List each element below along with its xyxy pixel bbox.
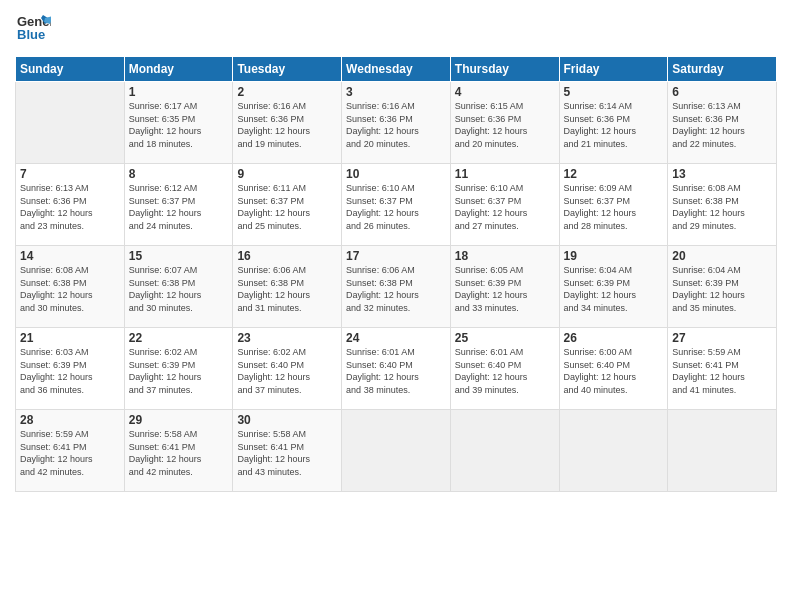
day-number: 28 bbox=[20, 413, 120, 427]
day-info: Sunrise: 6:07 AMSunset: 6:38 PMDaylight:… bbox=[129, 264, 229, 314]
calendar-cell: 22Sunrise: 6:02 AMSunset: 6:39 PMDayligh… bbox=[124, 328, 233, 410]
calendar-cell: 24Sunrise: 6:01 AMSunset: 6:40 PMDayligh… bbox=[342, 328, 451, 410]
day-info: Sunrise: 5:59 AMSunset: 6:41 PMDaylight:… bbox=[20, 428, 120, 478]
day-number: 25 bbox=[455, 331, 555, 345]
logo: General Blue bbox=[15, 10, 51, 50]
calendar-cell: 27Sunrise: 5:59 AMSunset: 6:41 PMDayligh… bbox=[668, 328, 777, 410]
calendar-cell bbox=[16, 82, 125, 164]
day-info: Sunrise: 6:01 AMSunset: 6:40 PMDaylight:… bbox=[455, 346, 555, 396]
page-container: General Blue SundayMondayTuesdayWednesda… bbox=[0, 0, 792, 502]
calendar-cell: 21Sunrise: 6:03 AMSunset: 6:39 PMDayligh… bbox=[16, 328, 125, 410]
header-friday: Friday bbox=[559, 57, 668, 82]
calendar-cell: 28Sunrise: 5:59 AMSunset: 6:41 PMDayligh… bbox=[16, 410, 125, 492]
calendar-cell: 11Sunrise: 6:10 AMSunset: 6:37 PMDayligh… bbox=[450, 164, 559, 246]
day-number: 21 bbox=[20, 331, 120, 345]
calendar-cell: 15Sunrise: 6:07 AMSunset: 6:38 PMDayligh… bbox=[124, 246, 233, 328]
day-number: 6 bbox=[672, 85, 772, 99]
calendar-cell: 16Sunrise: 6:06 AMSunset: 6:38 PMDayligh… bbox=[233, 246, 342, 328]
day-info: Sunrise: 6:04 AMSunset: 6:39 PMDaylight:… bbox=[672, 264, 772, 314]
calendar-cell: 26Sunrise: 6:00 AMSunset: 6:40 PMDayligh… bbox=[559, 328, 668, 410]
week-row-4: 28Sunrise: 5:59 AMSunset: 6:41 PMDayligh… bbox=[16, 410, 777, 492]
calendar-body: 1Sunrise: 6:17 AMSunset: 6:35 PMDaylight… bbox=[16, 82, 777, 492]
day-number: 14 bbox=[20, 249, 120, 263]
day-info: Sunrise: 6:03 AMSunset: 6:39 PMDaylight:… bbox=[20, 346, 120, 396]
day-info: Sunrise: 6:17 AMSunset: 6:35 PMDaylight:… bbox=[129, 100, 229, 150]
calendar-table: SundayMondayTuesdayWednesdayThursdayFrid… bbox=[15, 56, 777, 492]
day-number: 29 bbox=[129, 413, 229, 427]
calendar-cell: 10Sunrise: 6:10 AMSunset: 6:37 PMDayligh… bbox=[342, 164, 451, 246]
calendar-cell: 18Sunrise: 6:05 AMSunset: 6:39 PMDayligh… bbox=[450, 246, 559, 328]
week-row-2: 14Sunrise: 6:08 AMSunset: 6:38 PMDayligh… bbox=[16, 246, 777, 328]
calendar-cell: 30Sunrise: 5:58 AMSunset: 6:41 PMDayligh… bbox=[233, 410, 342, 492]
day-number: 5 bbox=[564, 85, 664, 99]
day-number: 26 bbox=[564, 331, 664, 345]
day-info: Sunrise: 6:13 AMSunset: 6:36 PMDaylight:… bbox=[20, 182, 120, 232]
day-info: Sunrise: 6:14 AMSunset: 6:36 PMDaylight:… bbox=[564, 100, 664, 150]
calendar-cell: 20Sunrise: 6:04 AMSunset: 6:39 PMDayligh… bbox=[668, 246, 777, 328]
calendar-cell: 1Sunrise: 6:17 AMSunset: 6:35 PMDaylight… bbox=[124, 82, 233, 164]
day-info: Sunrise: 5:59 AMSunset: 6:41 PMDaylight:… bbox=[672, 346, 772, 396]
calendar-cell bbox=[668, 410, 777, 492]
header-thursday: Thursday bbox=[450, 57, 559, 82]
calendar-cell: 7Sunrise: 6:13 AMSunset: 6:36 PMDaylight… bbox=[16, 164, 125, 246]
calendar-header: SundayMondayTuesdayWednesdayThursdayFrid… bbox=[16, 57, 777, 82]
header-monday: Monday bbox=[124, 57, 233, 82]
day-number: 20 bbox=[672, 249, 772, 263]
calendar-cell bbox=[342, 410, 451, 492]
day-number: 11 bbox=[455, 167, 555, 181]
day-number: 27 bbox=[672, 331, 772, 345]
header-wednesday: Wednesday bbox=[342, 57, 451, 82]
day-info: Sunrise: 6:06 AMSunset: 6:38 PMDaylight:… bbox=[237, 264, 337, 314]
calendar-cell: 19Sunrise: 6:04 AMSunset: 6:39 PMDayligh… bbox=[559, 246, 668, 328]
header-sunday: Sunday bbox=[16, 57, 125, 82]
logo-icon: General Blue bbox=[15, 10, 51, 46]
calendar-cell: 17Sunrise: 6:06 AMSunset: 6:38 PMDayligh… bbox=[342, 246, 451, 328]
calendar-cell: 13Sunrise: 6:08 AMSunset: 6:38 PMDayligh… bbox=[668, 164, 777, 246]
header-tuesday: Tuesday bbox=[233, 57, 342, 82]
day-number: 24 bbox=[346, 331, 446, 345]
day-info: Sunrise: 6:02 AMSunset: 6:39 PMDaylight:… bbox=[129, 346, 229, 396]
calendar-cell: 29Sunrise: 5:58 AMSunset: 6:41 PMDayligh… bbox=[124, 410, 233, 492]
day-number: 4 bbox=[455, 85, 555, 99]
day-number: 2 bbox=[237, 85, 337, 99]
day-info: Sunrise: 6:16 AMSunset: 6:36 PMDaylight:… bbox=[346, 100, 446, 150]
day-number: 13 bbox=[672, 167, 772, 181]
day-info: Sunrise: 6:12 AMSunset: 6:37 PMDaylight:… bbox=[129, 182, 229, 232]
calendar-cell: 12Sunrise: 6:09 AMSunset: 6:37 PMDayligh… bbox=[559, 164, 668, 246]
day-info: Sunrise: 6:05 AMSunset: 6:39 PMDaylight:… bbox=[455, 264, 555, 314]
calendar-cell: 6Sunrise: 6:13 AMSunset: 6:36 PMDaylight… bbox=[668, 82, 777, 164]
day-number: 18 bbox=[455, 249, 555, 263]
day-info: Sunrise: 5:58 AMSunset: 6:41 PMDaylight:… bbox=[237, 428, 337, 478]
day-number: 10 bbox=[346, 167, 446, 181]
day-number: 8 bbox=[129, 167, 229, 181]
day-info: Sunrise: 6:04 AMSunset: 6:39 PMDaylight:… bbox=[564, 264, 664, 314]
header: General Blue bbox=[15, 10, 777, 50]
day-info: Sunrise: 6:10 AMSunset: 6:37 PMDaylight:… bbox=[346, 182, 446, 232]
day-info: Sunrise: 6:00 AMSunset: 6:40 PMDaylight:… bbox=[564, 346, 664, 396]
header-saturday: Saturday bbox=[668, 57, 777, 82]
day-info: Sunrise: 6:11 AMSunset: 6:37 PMDaylight:… bbox=[237, 182, 337, 232]
day-info: Sunrise: 6:08 AMSunset: 6:38 PMDaylight:… bbox=[20, 264, 120, 314]
day-number: 3 bbox=[346, 85, 446, 99]
day-info: Sunrise: 6:16 AMSunset: 6:36 PMDaylight:… bbox=[237, 100, 337, 150]
day-number: 12 bbox=[564, 167, 664, 181]
calendar-cell: 4Sunrise: 6:15 AMSunset: 6:36 PMDaylight… bbox=[450, 82, 559, 164]
week-row-1: 7Sunrise: 6:13 AMSunset: 6:36 PMDaylight… bbox=[16, 164, 777, 246]
calendar-cell: 23Sunrise: 6:02 AMSunset: 6:40 PMDayligh… bbox=[233, 328, 342, 410]
day-info: Sunrise: 5:58 AMSunset: 6:41 PMDaylight:… bbox=[129, 428, 229, 478]
day-info: Sunrise: 6:02 AMSunset: 6:40 PMDaylight:… bbox=[237, 346, 337, 396]
day-info: Sunrise: 6:13 AMSunset: 6:36 PMDaylight:… bbox=[672, 100, 772, 150]
day-info: Sunrise: 6:06 AMSunset: 6:38 PMDaylight:… bbox=[346, 264, 446, 314]
day-number: 23 bbox=[237, 331, 337, 345]
calendar-cell: 5Sunrise: 6:14 AMSunset: 6:36 PMDaylight… bbox=[559, 82, 668, 164]
calendar-cell bbox=[559, 410, 668, 492]
header-row: SundayMondayTuesdayWednesdayThursdayFrid… bbox=[16, 57, 777, 82]
day-number: 30 bbox=[237, 413, 337, 427]
calendar-cell: 14Sunrise: 6:08 AMSunset: 6:38 PMDayligh… bbox=[16, 246, 125, 328]
day-info: Sunrise: 6:09 AMSunset: 6:37 PMDaylight:… bbox=[564, 182, 664, 232]
day-number: 7 bbox=[20, 167, 120, 181]
calendar-cell: 8Sunrise: 6:12 AMSunset: 6:37 PMDaylight… bbox=[124, 164, 233, 246]
day-number: 1 bbox=[129, 85, 229, 99]
calendar-cell: 3Sunrise: 6:16 AMSunset: 6:36 PMDaylight… bbox=[342, 82, 451, 164]
day-number: 22 bbox=[129, 331, 229, 345]
